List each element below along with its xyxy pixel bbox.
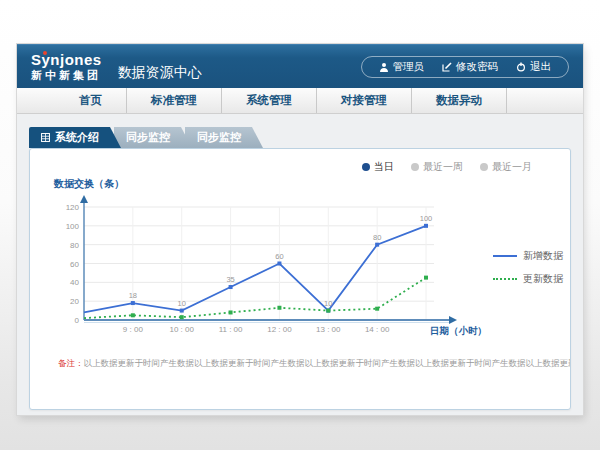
- chart-panel: 当日 最近一周 最近一月 数据交换（条） 0204060801001209 : …: [29, 148, 571, 410]
- tab-label: 系统介绍: [55, 130, 99, 145]
- svg-text:60: 60: [70, 260, 79, 269]
- brand-red-dot-icon: [43, 51, 47, 55]
- tab-sync-monitor-2[interactable]: 同步监控: [185, 127, 263, 148]
- legend-item-new-data: 新增数据: [493, 249, 563, 263]
- svg-text:60: 60: [275, 252, 283, 261]
- logout-label: 退出: [530, 60, 551, 74]
- svg-text:80: 80: [373, 233, 381, 242]
- current-user-button[interactable]: 管理员: [370, 60, 434, 74]
- brand-logo-text: Synjones: [31, 52, 102, 69]
- user-toolbar: 管理员 修改密码 退出: [361, 56, 570, 78]
- page-title: 数据资源中心: [118, 64, 202, 82]
- edit-icon: [442, 62, 452, 72]
- nav-item-interface-mgmt[interactable]: 对接管理: [317, 88, 412, 113]
- chart-y-axis-title: 数据交换（条）: [54, 177, 570, 191]
- document-grid-icon: [41, 133, 50, 142]
- nav-item-standard-mgmt[interactable]: 标准管理: [127, 88, 222, 113]
- nav-item-system-mgmt[interactable]: 系统管理: [222, 88, 317, 113]
- line-chart: 0204060801001209 : 0010 : 0011 : 0012 : …: [46, 193, 491, 348]
- svg-text:10: 10: [178, 299, 186, 308]
- radio-label: 最近一月: [492, 160, 532, 174]
- app-header: Synjones 新中新集团 数据资源中心 管理员 修改密码: [17, 44, 583, 88]
- footnote-text: 以上数据更新于时间产生数据以上数据更新于时间产生数据以上数据更新于时间产生数据以…: [84, 358, 571, 368]
- tab-label: 同步监控: [197, 130, 241, 145]
- change-password-button[interactable]: 修改密码: [433, 60, 507, 74]
- legend-line-sample-blue: [493, 255, 517, 257]
- svg-text:18: 18: [129, 291, 137, 300]
- svg-text:14 : 00: 14 : 00: [365, 325, 390, 334]
- radio-label: 当日: [374, 160, 394, 174]
- radio-selected-icon: [362, 163, 370, 171]
- tab-bar: 系统介绍 同步监控 同步监控: [17, 114, 583, 148]
- legend-item-updated-data: 更新数据: [493, 272, 563, 286]
- radio-today[interactable]: 当日: [362, 160, 394, 174]
- main-nav: 首页 标准管理 系统管理 对接管理 数据异动: [17, 88, 583, 114]
- legend-label: 更新数据: [523, 272, 563, 286]
- svg-text:120: 120: [66, 203, 80, 212]
- svg-text:100: 100: [420, 214, 433, 223]
- chart-area: 0204060801001209 : 0010 : 0011 : 0012 : …: [30, 193, 570, 348]
- time-range-filter: 当日 最近一周 最近一月: [30, 149, 570, 174]
- legend-line-sample-green: [493, 278, 517, 280]
- svg-text:13 : 00: 13 : 00: [316, 325, 341, 334]
- power-icon: [516, 62, 526, 72]
- svg-text:日期（小时）: 日期（小时）: [430, 325, 487, 337]
- radio-label: 最近一周: [423, 160, 463, 174]
- radio-unselected-icon: [411, 163, 419, 171]
- logout-button[interactable]: 退出: [507, 60, 560, 74]
- chart-legend: 新增数据 更新数据: [493, 249, 563, 348]
- svg-text:11 : 00: 11 : 00: [219, 325, 243, 334]
- tab-system-intro[interactable]: 系统介绍: [29, 127, 121, 148]
- radio-unselected-icon: [480, 163, 488, 171]
- svg-text:20: 20: [70, 297, 79, 306]
- svg-text:35: 35: [226, 275, 234, 284]
- change-password-label: 修改密码: [456, 60, 498, 74]
- footnote: 备注：以上数据更新于时间产生数据以上数据更新于时间产生数据以上数据更新于时间产生…: [58, 358, 570, 370]
- svg-text:80: 80: [70, 241, 79, 250]
- legend-label: 新增数据: [523, 249, 563, 263]
- footnote-prefix: 备注：: [58, 358, 84, 368]
- tab-label: 同步监控: [126, 130, 170, 145]
- brand-logo-subtext: 新中新集团: [31, 69, 102, 81]
- tab-sync-monitor-1[interactable]: 同步监控: [114, 127, 192, 148]
- svg-text:10: 10: [324, 299, 332, 308]
- radio-last-month[interactable]: 最近一月: [480, 160, 532, 174]
- svg-text:0: 0: [75, 316, 80, 325]
- user-icon: [379, 62, 389, 72]
- nav-item-home[interactable]: 首页: [55, 88, 127, 113]
- svg-text:12 : 00: 12 : 00: [267, 325, 292, 334]
- svg-text:100: 100: [66, 222, 80, 231]
- username-label: 管理员: [393, 60, 425, 74]
- svg-text:9 : 00: 9 : 00: [123, 325, 144, 334]
- svg-text:10 : 00: 10 : 00: [169, 325, 194, 334]
- brand-logo: Synjones 新中新集团: [31, 52, 102, 82]
- app-window: Synjones 新中新集团 数据资源中心 管理员 修改密码: [17, 44, 583, 415]
- content-area: 系统介绍 同步监控 同步监控 当日 最近一周: [17, 114, 583, 410]
- svg-text:40: 40: [70, 278, 79, 287]
- radio-last-week[interactable]: 最近一周: [411, 160, 463, 174]
- nav-item-data-change[interactable]: 数据异动: [412, 88, 507, 113]
